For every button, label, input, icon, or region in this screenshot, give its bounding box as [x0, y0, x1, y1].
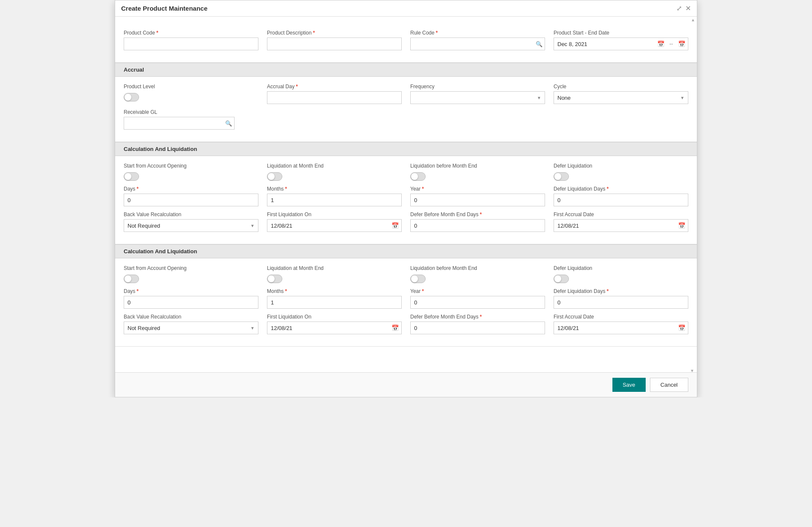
product-description-input[interactable]	[267, 38, 402, 50]
calc1-start-account-toggle[interactable]	[124, 172, 139, 181]
close-icon[interactable]: ✕	[685, 5, 691, 12]
calc1-first-liquidation-date-container: 📅	[267, 219, 402, 232]
product-code-input[interactable]	[124, 38, 258, 50]
product-code-group: Product Code *	[124, 30, 258, 50]
calc2-extra-row: Back Value Recalculation Not Required Re…	[124, 314, 688, 334]
calc1-months-group: Months *	[267, 186, 402, 206]
product-code-label: Product Code *	[124, 30, 258, 36]
placeholder-group-2	[394, 109, 537, 130]
calc2-start-account-toggle[interactable]	[124, 275, 139, 283]
cycle-label: Cycle	[554, 84, 688, 90]
frequency-label: Frequency	[410, 84, 545, 90]
calc2-back-value-select[interactable]: Not Required Required	[124, 322, 258, 334]
accrual-row-1: Product Level Accrual Day *	[124, 84, 688, 104]
product-end-calendar-icon[interactable]: 📅	[676, 41, 688, 47]
cancel-button[interactable]: Cancel	[650, 378, 688, 392]
calc2-liquidation-month-end-group: Liquidation at Month End	[267, 265, 402, 283]
product-date-group: Product Start - End Date 📅 ↔ 📅	[554, 30, 688, 50]
calc2-defer-before-required-star: *	[480, 314, 482, 320]
accrual-day-input[interactable]	[267, 91, 402, 104]
calc1-days-input[interactable]	[124, 194, 258, 206]
frequency-select[interactable]: Daily Monthly Yearly	[411, 92, 545, 104]
receivable-gl-input-container: 🔍	[124, 117, 235, 130]
calc2-back-value-select-container: Not Required Required ▼	[124, 321, 258, 334]
calc2-first-liquidation-calendar-icon[interactable]: 📅	[389, 324, 401, 331]
calc1-start-account-toggle-container	[124, 172, 258, 181]
cycle-select[interactable]: None Daily Monthly Yearly	[554, 92, 688, 104]
calc2-defer-liquidation-toggle[interactable]	[554, 275, 569, 283]
cycle-group: Cycle None Daily Monthly Yearly ▼	[554, 84, 688, 104]
calc2-first-accrual-input[interactable]	[554, 322, 676, 334]
product-code-required-star: *	[156, 30, 158, 36]
placeholder-group-1	[243, 109, 386, 130]
calc1-start-account-label: Start from Account Opening	[124, 163, 258, 169]
product-level-toggle[interactable]	[124, 93, 139, 101]
accrual-day-group: Accrual Day *	[267, 84, 402, 104]
product-description-label: Product Description *	[267, 30, 402, 36]
calc1-defer-liquidation-group: Defer Liquidation	[554, 163, 688, 181]
calc2-months-input[interactable]	[267, 296, 402, 309]
calc2-liquidation-month-end-label: Liquidation at Month End	[267, 265, 402, 271]
calc2-defer-before-group: Defer Before Month End Days *	[410, 314, 545, 334]
calc2-first-accrual-date-container: 📅	[554, 321, 688, 334]
calc1-back-value-select-container: Not Required Required ▼	[124, 219, 258, 232]
calc2-start-account-label: Start from Account Opening	[124, 265, 258, 271]
calc2-defer-liquidation-label: Defer Liquidation	[554, 265, 688, 271]
calc2-year-label: Year *	[410, 288, 545, 294]
calc1-back-value-select[interactable]: Not Required Required	[124, 220, 258, 232]
calc2-days-row: Days * Months * Year *	[124, 288, 688, 309]
calc1-defer-days-group: Defer Liquidation Days *	[554, 186, 688, 206]
calc2-defer-before-input[interactable]	[410, 321, 545, 334]
calc2-days-input[interactable]	[124, 296, 258, 309]
dialog-header: Create Product Maintenance ⤢ ✕	[115, 0, 697, 17]
calc1-defer-days-input[interactable]	[554, 194, 688, 206]
calc1-defer-liquidation-label: Defer Liquidation	[554, 163, 688, 169]
accrual-section: Product Level Accrual Day *	[115, 77, 697, 142]
calc1-first-liquidation-input[interactable]	[267, 220, 389, 232]
accrual-day-label: Accrual Day *	[267, 84, 402, 90]
scroll-down-area: ▼	[688, 368, 696, 374]
calc2-first-accrual-calendar-icon[interactable]: 📅	[676, 324, 688, 331]
calc2-first-liquidation-input[interactable]	[267, 322, 389, 334]
receivable-gl-input[interactable]	[124, 117, 235, 130]
calc1-first-accrual-group: First Accrual Date 📅	[554, 211, 688, 232]
calc1-liquidation-month-end-group: Liquidation at Month End	[267, 163, 402, 181]
calc1-liquidation-month-end-toggle[interactable]	[267, 172, 282, 181]
calc1-liquidation-month-end-label: Liquidation at Month End	[267, 163, 402, 169]
calc2-liquidation-month-end-toggle[interactable]	[267, 275, 282, 283]
calc-liquidation-1-header: Calculation And Liquidation	[115, 142, 697, 156]
calc1-first-accrual-calendar-icon[interactable]: 📅	[676, 222, 688, 229]
calc1-months-input[interactable]	[267, 194, 402, 206]
calc1-liquidation-before-month-toggle[interactable]	[410, 172, 426, 181]
product-level-group: Product Level	[124, 84, 258, 104]
expand-icon[interactable]: ⤢	[676, 5, 682, 12]
calc2-back-value-group: Back Value Recalculation Not Required Re…	[124, 314, 258, 334]
calc1-first-liquidation-calendar-icon[interactable]: 📅	[389, 222, 401, 229]
calc1-first-liquidation-group: First Liquidation On 📅	[267, 211, 402, 232]
rule-code-group: Rule Code * 🔍	[410, 30, 545, 50]
calc2-first-liquidation-date-container: 📅	[267, 321, 402, 334]
calc1-defer-before-input[interactable]	[410, 219, 545, 232]
rule-code-search-icon[interactable]: 🔍	[536, 41, 542, 47]
calc1-first-accrual-input[interactable]	[554, 220, 676, 232]
save-button[interactable]: Save	[612, 378, 646, 392]
product-info-row: Product Code * Product Description *	[124, 30, 688, 50]
calc2-year-input[interactable]	[410, 296, 545, 309]
product-start-date-input[interactable]	[554, 38, 655, 50]
calc2-liquidation-before-month-toggle[interactable]	[410, 275, 426, 283]
calc1-liquidation-before-month-label: Liquidation before Month End	[410, 163, 545, 169]
calc1-year-input[interactable]	[410, 194, 545, 206]
product-start-calendar-icon[interactable]: 📅	[655, 41, 667, 47]
calc2-defer-days-input[interactable]	[554, 296, 688, 309]
rule-code-input[interactable]	[410, 38, 545, 50]
calc1-defer-days-required-star: *	[606, 186, 609, 192]
calc1-defer-before-label: Defer Before Month End Days *	[410, 211, 545, 217]
receivable-gl-search-icon[interactable]: 🔍	[225, 120, 232, 127]
calc1-first-accrual-date-container: 📅	[554, 219, 688, 232]
accrual-day-required-star: *	[296, 84, 298, 90]
product-date-input-container: 📅 ↔ 📅	[554, 38, 688, 50]
product-description-group: Product Description *	[267, 30, 402, 50]
calc1-liquidation-month-end-toggle-container	[267, 172, 402, 181]
calc1-defer-liquidation-toggle[interactable]	[554, 172, 569, 181]
dialog-body: Product Code * Product Description *	[115, 23, 697, 372]
